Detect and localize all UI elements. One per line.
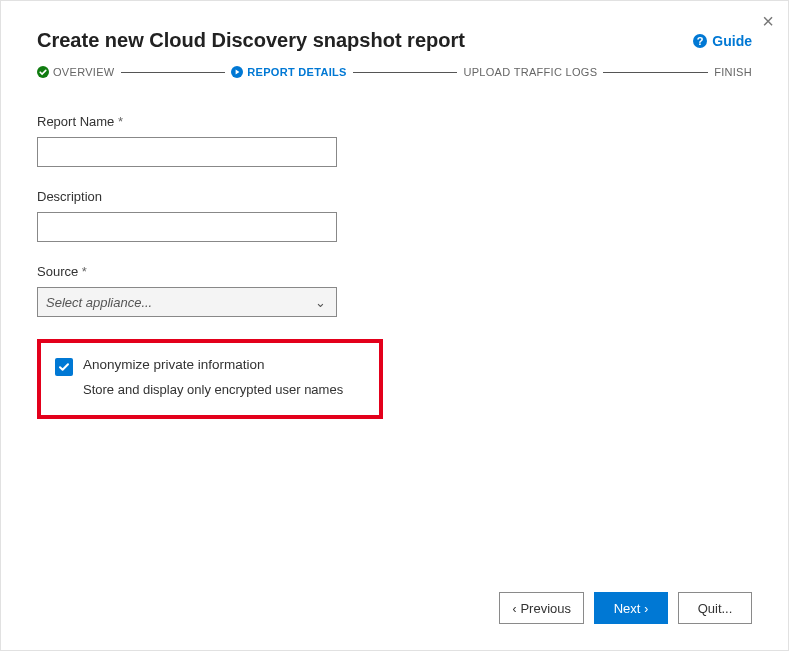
wizard-stepper: OVERVIEW REPORT DETAILS UPLOAD TRAFFIC L… xyxy=(37,66,752,78)
label-text: Source xyxy=(37,264,78,279)
dialog-header: Create new Cloud Discovery snapshot repo… xyxy=(37,29,752,52)
guide-link[interactable]: ? Guide xyxy=(692,33,752,49)
anonymize-label: Anonymize private information xyxy=(83,357,265,372)
chevron-right-icon: › xyxy=(644,603,648,615)
play-circle-icon xyxy=(231,66,243,78)
dialog-body: × Create new Cloud Discovery snapshot re… xyxy=(1,1,788,419)
svg-text:?: ? xyxy=(697,35,704,47)
page-title: Create new Cloud Discovery snapshot repo… xyxy=(37,29,465,52)
step-report-details[interactable]: REPORT DETAILS xyxy=(231,66,346,78)
svg-point-2 xyxy=(37,66,49,78)
field-report-name: Report Name * xyxy=(37,114,752,167)
field-description: Description xyxy=(37,189,752,242)
source-placeholder: Select appliance... xyxy=(46,295,152,310)
anonymize-checkbox[interactable] xyxy=(55,358,73,376)
source-label: Source * xyxy=(37,264,752,279)
guide-label: Guide xyxy=(712,33,752,49)
label-text: Report Name xyxy=(37,114,114,129)
required-mark: * xyxy=(118,114,123,129)
step-label: FINISH xyxy=(714,66,752,78)
step-overview[interactable]: OVERVIEW xyxy=(37,66,115,78)
step-label: OVERVIEW xyxy=(53,66,115,78)
close-icon[interactable]: × xyxy=(762,11,774,31)
description-label: Description xyxy=(37,189,752,204)
step-label: UPLOAD TRAFFIC LOGS xyxy=(463,66,597,78)
quit-label: Quit... xyxy=(698,601,733,616)
step-finish[interactable]: FINISH xyxy=(714,66,752,78)
anonymize-row: Anonymize private information xyxy=(55,357,365,376)
field-source: Source * Select appliance... ⌄ xyxy=(37,264,752,317)
source-select[interactable]: Select appliance... ⌄ xyxy=(37,287,337,317)
step-connector xyxy=(353,72,458,73)
step-connector xyxy=(121,72,226,73)
previous-button[interactable]: ‹ Previous xyxy=(499,592,584,624)
quit-button[interactable]: Quit... xyxy=(678,592,752,624)
description-input[interactable] xyxy=(37,212,337,242)
chevron-left-icon: ‹ xyxy=(512,603,516,615)
report-name-label: Report Name * xyxy=(37,114,752,129)
step-label: REPORT DETAILS xyxy=(247,66,346,78)
help-icon: ? xyxy=(692,33,708,49)
next-label: Next xyxy=(614,601,641,616)
report-name-input[interactable] xyxy=(37,137,337,167)
chevron-down-icon: ⌄ xyxy=(315,295,326,310)
anonymize-sublabel: Store and display only encrypted user na… xyxy=(83,382,365,397)
step-connector xyxy=(603,72,708,73)
previous-label: Previous xyxy=(520,601,571,616)
dialog-footer: ‹ Previous Next › Quit... xyxy=(499,592,752,624)
step-upload-logs[interactable]: UPLOAD TRAFFIC LOGS xyxy=(463,66,597,78)
anonymize-highlight: Anonymize private information Store and … xyxy=(37,339,383,419)
next-button[interactable]: Next › xyxy=(594,592,668,624)
required-mark: * xyxy=(82,264,87,279)
check-circle-icon xyxy=(37,66,49,78)
check-icon xyxy=(58,361,70,373)
